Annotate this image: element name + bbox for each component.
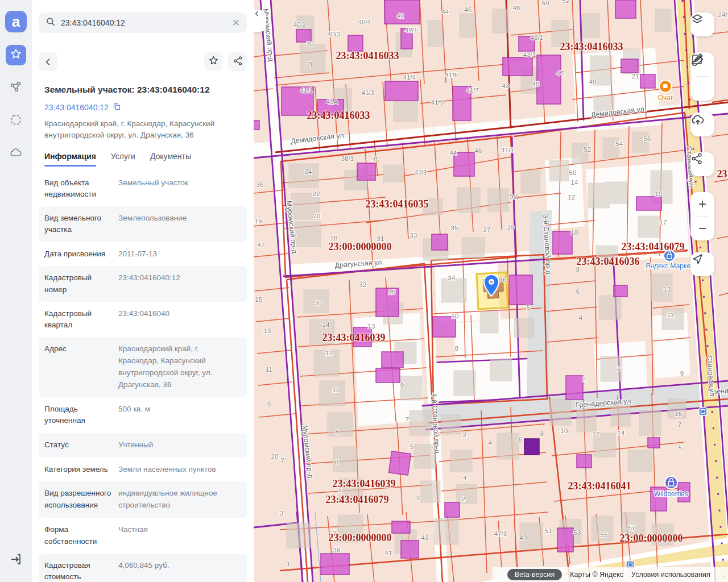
table-row: Вид объекта недвижимости Земельный участ…: [39, 171, 247, 207]
parcel-number-label: 42/1: [405, 27, 417, 34]
parcel-number-label: 45: [532, 81, 540, 88]
parcel-number-label: 9: [680, 370, 684, 377]
parcel-number-label: 38/1: [341, 155, 354, 162]
cadastral-number-link[interactable]: 23:43:0416040:12: [39, 102, 247, 113]
parcel-number-label: 50: [542, 0, 549, 6]
search-bar[interactable]: ✕: [39, 13, 247, 33]
logout-button[interactable]: [6, 551, 26, 569]
parcel-number-label: 36: [257, 181, 264, 188]
parcel-number-label: 57: [628, 525, 636, 531]
parcel-number-label: 37: [483, 226, 491, 233]
parcel-number-label: 41/5: [431, 99, 444, 106]
parcel-number-label: 41: [385, 550, 392, 556]
parcel-number-label: 24/2: [718, 11, 728, 18]
zoom-in-button[interactable]: +: [690, 192, 714, 216]
parcel-number-label: 10: [571, 229, 578, 236]
panel-collapse-button[interactable]: [254, 10, 266, 32]
parcel-number-label: 32: [359, 281, 367, 288]
parcel-number-label: 43/1: [523, 51, 536, 58]
parcel-number-label: 47/1: [494, 530, 507, 537]
map-attribution: Beta-версия Карты © Яндекс Условия испол…: [493, 567, 728, 582]
parcel-number-label: 6: [519, 436, 522, 443]
parcel-number-label: 55: [601, 531, 608, 538]
zoom-out-button[interactable]: −: [690, 217, 714, 240]
quarter-number-label: 23:43:0416033: [560, 41, 623, 52]
tab-documents[interactable]: Документы: [150, 152, 191, 166]
zoom-control: + −: [690, 192, 714, 240]
layers-icon: [690, 13, 714, 36]
parcel-number-label: 5: [527, 304, 530, 311]
beta-badge: Beta-версия: [507, 569, 562, 580]
parcel-number-label: 43: [421, 534, 429, 541]
layers-button[interactable]: [690, 13, 714, 36]
sidebar-item-area-select[interactable]: [6, 111, 26, 131]
table-row: Форма собственности Частная: [39, 518, 247, 554]
quarter-number-label: 23:43:0416036: [577, 256, 640, 267]
object-toolbar: [39, 52, 247, 71]
parcel-number-label: 46: [475, 147, 482, 154]
map-canvas[interactable]: 40/240/340/44242/14446302841/141А41/341/…: [254, 0, 728, 582]
share-icon: [690, 152, 714, 176]
map-share-button[interactable]: [690, 152, 714, 176]
svg-text:Wildberries: Wildberries: [654, 490, 688, 498]
app-logo[interactable]: a: [5, 11, 27, 32]
parcel-number-label: 13: [664, 286, 671, 293]
upload-button[interactable]: [690, 113, 714, 136]
parcel-number-label: 50: [569, 169, 577, 176]
close-icon[interactable]: ✕: [232, 18, 240, 28]
parcel-number-label: 6: [576, 288, 580, 295]
parcel-number-label: 41/1: [300, 87, 313, 94]
terms-link[interactable]: Условия использования: [631, 571, 710, 579]
parcel-number-label: 10: [333, 386, 340, 393]
parcel-number-label: 40/2: [293, 21, 306, 28]
parcel-number-label: 43: [502, 82, 510, 89]
app-window: a: [0, 0, 728, 582]
share-button[interactable]: [228, 52, 247, 71]
back-button[interactable]: [39, 52, 57, 71]
object-address: Краснодарский край, г. Краснодар, Карасу…: [39, 118, 226, 142]
sidebar-item-cloud[interactable]: [6, 144, 26, 164]
quarter-number-label: 23:43:0416041: [568, 480, 631, 492]
parcel-number-label: 7: [281, 457, 284, 464]
parcel-number-label: 41/4: [403, 74, 416, 81]
copy-icon[interactable]: [113, 102, 121, 113]
quarter-number-label: 23:43:0416079: [622, 241, 685, 252]
parcel-number-label: 15: [388, 289, 396, 296]
parcel-number-label: 2: [462, 496, 465, 502]
parcel-number-label: 24: [305, 168, 312, 175]
parcel-number-label: 2: [582, 376, 586, 383]
parcel-number-label: 14: [618, 430, 625, 436]
parcel-number-label: 11/1: [502, 147, 514, 153]
navigation-arrow-icon: [690, 252, 714, 276]
tab-information[interactable]: Информация: [44, 152, 96, 166]
parcel-number-label: 4: [489, 439, 493, 446]
parcel-number-label: 4: [463, 475, 467, 481]
tab-services[interactable]: Услуги: [111, 152, 135, 166]
quarter-number-label: 23:43:0416033: [307, 110, 370, 121]
edit-button[interactable]: [690, 77, 714, 101]
sidebar-item-favorites[interactable]: [6, 45, 26, 65]
cadastral-map[interactable]: 40/240/340/44242/14446302841/141А41/341/…: [254, 0, 728, 582]
parcel-number-label: 9/1: [510, 193, 519, 200]
parcel-number-label: 52: [562, 0, 570, 4]
parcel-number-label: 7: [617, 365, 621, 372]
parcel-number-label: 22: [313, 190, 320, 197]
quarter-number-label: 23:43:0416033: [336, 50, 399, 61]
table-row: Адрес Краснодарский край, г. Краснодар, …: [39, 337, 247, 397]
parcel-number-label: 10: [561, 427, 568, 434]
parcel-number-label: 17: [660, 219, 667, 226]
parcel-number-label: 12: [593, 431, 600, 438]
parcel-number-label: 48/1: [531, 34, 543, 41]
parcel-number-label: 28: [307, 61, 315, 68]
star-icon: [10, 48, 22, 63]
parcel-number-label: 42: [397, 13, 404, 19]
locate-button[interactable]: [690, 252, 714, 276]
parcel-number-label: 9: [400, 382, 404, 389]
quarter-number-label: 23:43:0416035: [366, 198, 429, 210]
parcel-number-label: 44: [442, 9, 449, 15]
favorite-button[interactable]: [204, 52, 223, 71]
svg-text:Очаг: Очаг: [658, 94, 673, 102]
sidebar-item-graph[interactable]: [6, 78, 26, 98]
table-row: Вид разрешенного использования индивидуа…: [39, 481, 247, 518]
search-input[interactable]: [61, 18, 227, 27]
